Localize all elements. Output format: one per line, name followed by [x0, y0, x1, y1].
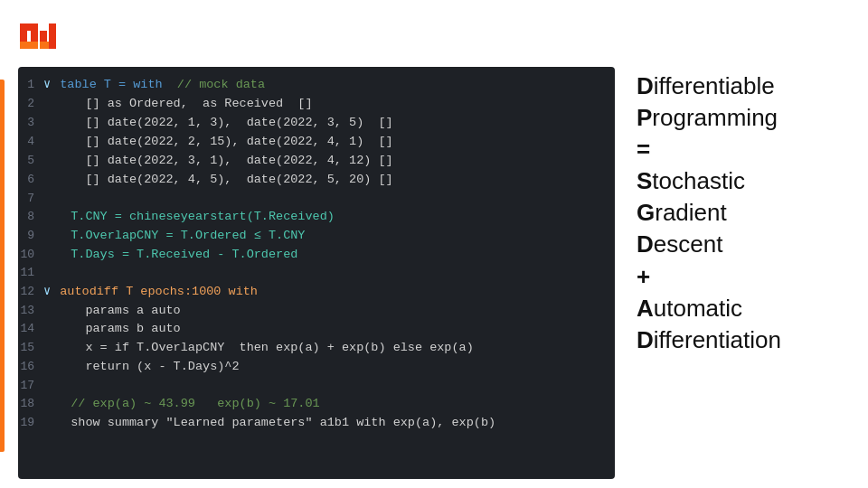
- line-number: 19: [18, 414, 43, 432]
- code-line: 3 [] date(2022, 1, 3), date(2022, 3, 5) …: [18, 114, 615, 133]
- line-content: x = if T.OverlapCNY then exp(a) + exp(b)…: [56, 339, 602, 358]
- line-number: 16: [18, 358, 43, 376]
- line-content: [] date(2022, 2, 15), date(2022, 4, 1) […: [56, 133, 602, 152]
- code-line: 14 params b auto: [18, 320, 615, 339]
- code-line: 17: [18, 377, 615, 395]
- accent-bar: [0, 80, 5, 452]
- line-number: 3: [18, 114, 43, 132]
- code-line: 9 T.OverlapCNY = T.Ordered ≤ T.CNY: [18, 227, 615, 246]
- line-number: 4: [18, 133, 43, 151]
- page: 1∨ table T = with // mock data2 [] as Or…: [0, 0, 868, 488]
- line-number: 13: [18, 302, 43, 320]
- code-line: 10 T.Days = T.Received - T.Ordered: [18, 246, 615, 265]
- code-panel: 1∨ table T = with // mock data2 [] as Or…: [18, 67, 615, 479]
- code-line: 16 return (x - T.Days)^2: [18, 358, 615, 377]
- line-content: T.OverlapCNY = T.Ordered ≤ T.CNY: [56, 227, 602, 246]
- line-content: return (x - T.Days)^2: [56, 358, 602, 377]
- dp-line: Automatic: [637, 293, 781, 324]
- line-number: 18: [18, 395, 43, 413]
- dp-line: Gradient: [637, 197, 781, 229]
- line-number: 8: [18, 208, 43, 226]
- line-content: [] as Ordered, as Received []: [56, 95, 602, 114]
- line-number: 2: [18, 95, 43, 113]
- code-line: 15 x = if T.OverlapCNY then exp(a) + exp…: [18, 339, 615, 358]
- line-number: 14: [18, 320, 43, 338]
- dp-line: Differentiable: [637, 70, 781, 102]
- line-content: T.CNY = chineseyearstart(T.Received): [56, 208, 602, 227]
- code-line: 2 [] as Ordered, as Received []: [18, 95, 615, 114]
- line-number: 6: [18, 171, 43, 189]
- code-line: 6 [] date(2022, 4, 5), date(2022, 5, 20)…: [18, 171, 615, 190]
- line-number: 11: [18, 264, 43, 282]
- line-number: 12: [18, 283, 43, 301]
- header: [0, 0, 868, 67]
- code-line: 19 show summary "Learned parameters" a1b…: [18, 414, 615, 433]
- line-number: 17: [18, 377, 43, 395]
- code-line: 5 [] date(2022, 3, 1), date(2022, 4, 12)…: [18, 152, 615, 171]
- line-content: [] date(2022, 3, 1), date(2022, 4, 12) […: [56, 152, 602, 171]
- line-content: // exp(a) ~ 43.99 exp(b) ~ 17.01: [56, 395, 602, 414]
- main-content: 1∨ table T = with // mock data2 [] as Or…: [0, 67, 868, 488]
- code-line: 12∨ autodiff T epochs:1000 with: [18, 283, 615, 302]
- line-content: T.Days = T.Received - T.Ordered: [56, 246, 602, 265]
- line-content: show summary "Learned parameters" a1b1 w…: [56, 414, 602, 433]
- code-line: 18 // exp(a) ~ 43.99 exp(b) ~ 17.01: [18, 395, 615, 414]
- line-number: 1: [18, 76, 43, 94]
- dp-description: DifferentiableProgramming=StochasticGrad…: [637, 70, 781, 356]
- svg-rect-6: [49, 23, 56, 49]
- line-number: 10: [18, 246, 43, 264]
- dp-line: Differentiation: [637, 324, 781, 356]
- code-line: 1∨ table T = with // mock data: [18, 76, 615, 95]
- collapse-chevron-icon[interactable]: ∨: [43, 76, 58, 95]
- line-number: 5: [18, 152, 43, 170]
- line-content: table T = with // mock data: [60, 76, 602, 95]
- logo-icon: [18, 16, 58, 56]
- line-content: [] date(2022, 4, 5), date(2022, 5, 20) […: [56, 171, 602, 190]
- line-number: 9: [18, 227, 43, 245]
- line-number: 15: [18, 339, 43, 357]
- line-content: params a auto: [56, 302, 602, 321]
- svg-rect-2: [31, 23, 38, 42]
- right-panel: DifferentiableProgramming=StochasticGrad…: [637, 67, 850, 479]
- line-content: autodiff T epochs:1000 with: [60, 283, 602, 302]
- code-line: 4 [] date(2022, 2, 15), date(2022, 4, 1)…: [18, 133, 615, 152]
- dp-line: =: [637, 134, 781, 165]
- line-content: [] date(2022, 1, 3), date(2022, 3, 5) []: [56, 114, 602, 133]
- dp-line: Stochastic: [637, 165, 781, 197]
- dp-line: Descent: [637, 229, 781, 260]
- code-line: 7: [18, 190, 615, 208]
- line-content: params b auto: [56, 320, 602, 339]
- dp-line: +: [637, 261, 781, 293]
- code-line: 13 params a auto: [18, 302, 615, 321]
- svg-rect-3: [20, 42, 38, 49]
- code-line: 11: [18, 264, 615, 282]
- collapse-chevron-icon[interactable]: ∨: [43, 283, 58, 302]
- dp-line: Programming: [637, 102, 781, 134]
- code-line: 8 T.CNY = chineseyearstart(T.Received): [18, 208, 615, 227]
- line-number: 7: [18, 190, 43, 208]
